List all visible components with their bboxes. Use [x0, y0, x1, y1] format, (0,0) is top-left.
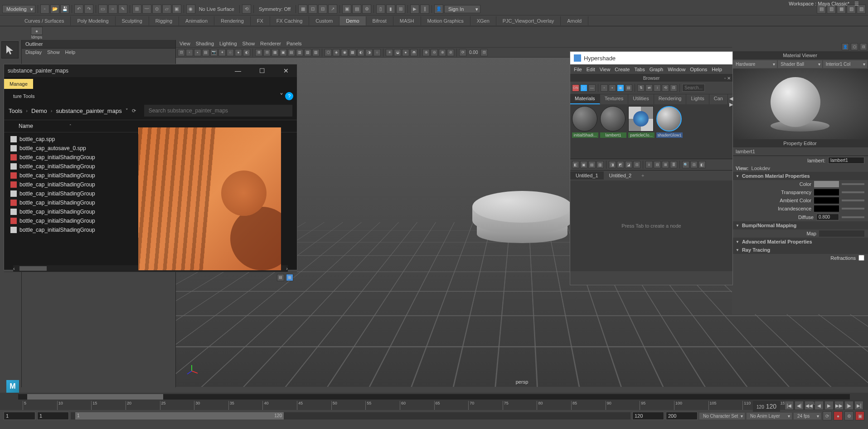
- maya-logo-icon[interactable]: M: [6, 380, 19, 393]
- toolbar-icon[interactable]: ⊟: [318, 5, 327, 14]
- node-name-input[interactable]: [828, 157, 864, 164]
- pause-icon[interactable]: ‖: [420, 5, 429, 14]
- hs-icon[interactable]: ⇅: [637, 84, 645, 92]
- node-graph[interactable]: Press Tab to create a node: [570, 180, 732, 271]
- sort-indicator-icon[interactable]: ˄: [69, 124, 72, 128]
- graph-icon[interactable]: ≡: [645, 161, 653, 168]
- redo-icon[interactable]: ↷: [84, 5, 93, 14]
- vp-icon[interactable]: ▤: [202, 49, 209, 56]
- shelf-tab-animation[interactable]: Animation: [179, 16, 214, 25]
- add-graph-tab[interactable]: +: [637, 171, 649, 180]
- workspace-menu-icon[interactable]: ☰: [854, 1, 859, 6]
- sign-in-dropdown[interactable]: Sign In: [444, 5, 480, 13]
- maximize-button[interactable]: ☐: [255, 66, 270, 75]
- hs-menu-options[interactable]: Options: [690, 67, 707, 72]
- hs-icon[interactable]: ⊡: [670, 84, 677, 92]
- bump-section[interactable]: Bump/Normal Mapping: [732, 221, 868, 229]
- vp-menu-show[interactable]: Show: [242, 41, 255, 46]
- next-key-button[interactable]: |▶: [844, 401, 853, 410]
- color-swatch[interactable]: [814, 181, 839, 187]
- scroll-thumb[interactable]: [19, 266, 47, 271]
- file-item[interactable]: bottle_cap_initialShadingGroup: [9, 153, 117, 162]
- graph-icon[interactable]: ⊡: [690, 161, 698, 168]
- vp-icon[interactable]: ☀: [386, 49, 393, 56]
- vp-icon[interactable]: ◑: [365, 49, 373, 56]
- vp-icon[interactable]: ▪: [194, 49, 201, 56]
- transparency-swatch[interactable]: [814, 189, 839, 195]
- advanced-section[interactable]: Advanced Material Properties: [732, 238, 868, 246]
- vp-menu-view[interactable]: View: [179, 41, 190, 46]
- shelf-tab-custom[interactable]: Custom: [309, 16, 339, 25]
- shelf-ldmps-icon[interactable]: ●: [31, 27, 43, 35]
- vp-menu-renderer[interactable]: Renderer: [260, 41, 281, 46]
- snap-grid-icon[interactable]: ⊞: [132, 5, 141, 14]
- timeline-scrollbar[interactable]: [0, 393, 868, 401]
- shelf-tab-bifrost[interactable]: Bifrost: [366, 16, 393, 25]
- range-bar[interactable]: 1 120: [75, 412, 284, 419]
- material-preview[interactable]: [732, 69, 868, 139]
- file-item[interactable]: bottle_cap_initialShadingGroup: [9, 216, 117, 225]
- vp-icon[interactable]: ▧: [304, 49, 311, 56]
- raytracing-section[interactable]: Ray Tracing: [732, 246, 868, 254]
- hs-icon[interactable]: ⇄: [645, 84, 653, 92]
- shelf-tab-pjc[interactable]: PJC_Viewport_Overlay: [496, 16, 561, 25]
- property-tab[interactable]: lambert1: [732, 147, 868, 156]
- vp-icon[interactable]: 📷: [210, 49, 218, 56]
- snap-live-icon[interactable]: ▣: [172, 5, 181, 14]
- hs-tab-textures[interactable]: Textures: [600, 94, 629, 104]
- graph-tab-2[interactable]: Untitled_2: [604, 171, 637, 180]
- common-props-section[interactable]: Common Material Properties: [732, 172, 868, 180]
- breadcrumb-demo[interactable]: Demo: [31, 107, 47, 114]
- file-item[interactable]: bottle_cap_initialShadingGroup: [9, 171, 117, 180]
- script-icon[interactable]: ▣: [855, 411, 864, 420]
- vp-menu-lighting[interactable]: Lighting: [219, 41, 237, 46]
- graph-icon[interactable]: ⊡: [633, 161, 640, 168]
- prev-key-button[interactable]: ◀|: [795, 401, 804, 410]
- material-swatch[interactable]: particleClo...: [628, 106, 655, 157]
- search-icon[interactable]: 🔍: [682, 161, 689, 168]
- range-slider[interactable]: 1 120: [71, 412, 630, 419]
- shelf-tab-fxcaching[interactable]: FX Caching: [270, 16, 309, 25]
- paint-select-icon[interactable]: ✎: [118, 5, 127, 14]
- snap-plane-icon[interactable]: ▱: [162, 5, 171, 14]
- panel-icon[interactable]: 👤: [842, 43, 849, 50]
- graph-icon[interactable]: ⊞: [662, 161, 669, 168]
- vp-icon[interactable]: ⊟: [263, 49, 271, 56]
- hs-tab-utilities[interactable]: Utilities: [628, 94, 654, 104]
- vp-icon[interactable]: ◐: [243, 49, 250, 56]
- search-input[interactable]: [144, 105, 292, 117]
- diffuse-slider[interactable]: [842, 216, 864, 218]
- hs-menu-help[interactable]: Help: [712, 67, 722, 72]
- select-icon[interactable]: ▭: [98, 5, 107, 14]
- render-settings-icon[interactable]: ⚙: [362, 5, 371, 14]
- loop-icon[interactable]: ⟳: [823, 411, 832, 420]
- character-set-dropdown[interactable]: No Character Set: [699, 413, 745, 419]
- step-back-button[interactable]: ◀◀: [805, 401, 814, 410]
- ipr-icon[interactable]: ▤: [352, 5, 361, 14]
- vp-icon[interactable]: ○: [227, 49, 234, 56]
- file-item[interactable]: bottle_cap.spp: [9, 135, 117, 144]
- outliner-menu-display[interactable]: Display: [25, 49, 42, 55]
- hs-tab-cameras[interactable]: Can: [709, 94, 728, 104]
- vp-menu-panels[interactable]: Panels: [286, 41, 302, 46]
- vp-icon[interactable]: ◒: [394, 49, 401, 56]
- hs-icon[interactable]: ▣: [617, 84, 624, 92]
- play-forward-button[interactable]: ▶: [824, 401, 834, 410]
- hs-menu-window[interactable]: Window: [668, 67, 685, 72]
- fb-tab-manage[interactable]: Manage: [4, 79, 33, 89]
- shelf-tab-sculpting[interactable]: Sculpting: [116, 16, 149, 25]
- file-item[interactable]: bottle_cap_initialShadingGroup: [9, 225, 117, 234]
- graph-tab-1[interactable]: Untitled_1: [570, 171, 604, 180]
- env-dropdown[interactable]: Interior1 Col: [823, 60, 867, 68]
- graph-icon[interactable]: ◪: [625, 161, 632, 168]
- shelf-tab-poly[interactable]: Poly Modeling: [71, 16, 115, 25]
- material-swatch[interactable]: shaderGlow1: [656, 106, 683, 157]
- prefs-icon[interactable]: ⚙: [844, 411, 853, 420]
- ambient-slider[interactable]: [842, 200, 864, 201]
- shelf-tab-rendering[interactable]: Rendering: [214, 16, 251, 25]
- vp-icon[interactable]: ◐: [357, 49, 364, 56]
- toolbar-icon[interactable]: ↗: [328, 5, 337, 14]
- vp-icon[interactable]: ●: [235, 49, 242, 56]
- thumbnail-view-icon[interactable]: ▦: [286, 274, 293, 281]
- scroll-thumb[interactable]: [27, 394, 163, 400]
